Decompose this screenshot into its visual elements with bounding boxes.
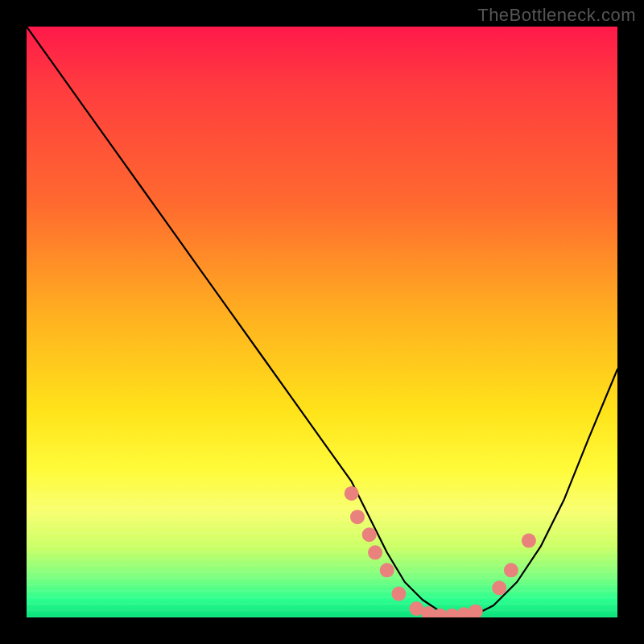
chart-stage: TheBottleneck.com xyxy=(0,0,644,644)
data-point xyxy=(345,486,359,501)
curve-svg xyxy=(27,27,617,617)
data-point xyxy=(350,510,365,524)
data-point xyxy=(522,534,536,548)
data-point xyxy=(362,527,377,542)
data-point xyxy=(368,545,382,559)
data-point xyxy=(469,605,483,617)
watermark-text: TheBottleneck.com xyxy=(477,5,636,26)
data-point xyxy=(380,563,394,577)
plot-area xyxy=(27,27,617,617)
data-point xyxy=(391,587,406,601)
data-point xyxy=(492,580,506,595)
bottleneck-curve xyxy=(27,27,617,617)
data-point xyxy=(504,563,518,577)
data-points xyxy=(345,486,536,617)
